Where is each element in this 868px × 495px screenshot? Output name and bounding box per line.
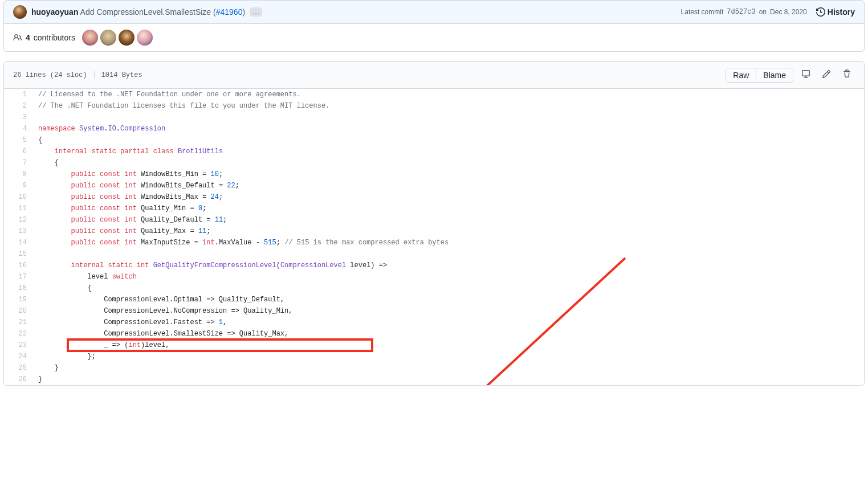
line-number[interactable]: 21 bbox=[4, 317, 32, 328]
line-number[interactable]: 20 bbox=[4, 305, 32, 317]
code-line: 21 CompressionLevel.Fastest => 1, bbox=[4, 317, 864, 328]
code-content: } bbox=[32, 362, 864, 374]
line-number[interactable]: 23 bbox=[4, 339, 32, 351]
trash-icon bbox=[842, 69, 851, 79]
code-content: { bbox=[32, 157, 864, 169]
file-header: 26 lines (24 sloc) 1014 Bytes Raw Blame bbox=[4, 62, 864, 89]
line-number[interactable]: 14 bbox=[4, 237, 32, 248]
code-content: { bbox=[32, 283, 864, 294]
file-size-label: 1014 Bytes bbox=[94, 71, 142, 79]
line-number[interactable]: 16 bbox=[4, 260, 32, 271]
code-content: // Licensed to the .NET Foundation under… bbox=[32, 89, 864, 100]
line-number[interactable]: 12 bbox=[4, 214, 32, 226]
commit-message-prefix: Add CompressionLevel.SmallestSize ( bbox=[80, 7, 216, 17]
history-text: History bbox=[828, 7, 855, 17]
code-line: 25 } bbox=[4, 362, 864, 374]
pr-link[interactable]: #41960 bbox=[216, 7, 243, 17]
line-number[interactable]: 1 bbox=[4, 89, 32, 100]
line-number[interactable]: 24 bbox=[4, 351, 32, 362]
code-content: public const int Quality_Min = 0; bbox=[32, 203, 864, 214]
contributor-avatar[interactable] bbox=[100, 30, 116, 46]
code-line: 5{ bbox=[4, 134, 864, 146]
edit-button[interactable] bbox=[818, 66, 834, 84]
code-line: 13 public const int Quality_Max = 11; bbox=[4, 226, 864, 237]
latest-commit-label: Latest commit bbox=[681, 8, 724, 16]
line-number[interactable]: 9 bbox=[4, 180, 32, 191]
code-content: level switch bbox=[32, 271, 864, 283]
code-line: 12 public const int Quality_Default = 11… bbox=[4, 214, 864, 226]
commit-on: on bbox=[759, 8, 767, 16]
file-lines-label: 26 lines (24 sloc) bbox=[13, 71, 87, 79]
code-line: 4namespace System.IO.Compression bbox=[4, 123, 864, 134]
code-table: 1// Licensed to the .NET Foundation unde… bbox=[4, 89, 864, 385]
code-line: 11 public const int Quality_Min = 0; bbox=[4, 203, 864, 214]
code-line: 23 _ => (int)level, bbox=[4, 339, 864, 351]
line-number[interactable]: 15 bbox=[4, 248, 32, 260]
line-number[interactable]: 22 bbox=[4, 328, 32, 339]
history-link[interactable]: History bbox=[816, 7, 855, 17]
code-line: 3 bbox=[4, 112, 864, 123]
line-number[interactable]: 7 bbox=[4, 157, 32, 169]
commit-message-suffix: ) bbox=[242, 7, 245, 17]
blame-button[interactable]: Blame bbox=[756, 68, 793, 82]
code-content: // The .NET Foundation licenses this fil… bbox=[32, 100, 864, 112]
line-number[interactable]: 8 bbox=[4, 169, 32, 180]
delete-button[interactable] bbox=[839, 66, 855, 84]
line-number[interactable]: 4 bbox=[4, 123, 32, 134]
code-line: 26} bbox=[4, 374, 864, 385]
code-line: 14 public const int MaxInputSize = int.M… bbox=[4, 237, 864, 248]
line-number[interactable]: 6 bbox=[4, 146, 32, 157]
commit-ellipsis-button[interactable]: … bbox=[250, 7, 262, 17]
author-link[interactable]: huoyaoyuan bbox=[31, 7, 78, 17]
code-content: public const int MaxInputSize = int.MaxV… bbox=[32, 237, 864, 248]
code-line: 22 CompressionLevel.SmallestSize => Qual… bbox=[4, 328, 864, 339]
line-number[interactable]: 19 bbox=[4, 294, 32, 305]
line-number[interactable]: 26 bbox=[4, 374, 32, 385]
line-number[interactable]: 13 bbox=[4, 226, 32, 237]
code-content: CompressionLevel.NoCompression => Qualit… bbox=[32, 305, 864, 317]
desktop-button[interactable] bbox=[798, 66, 814, 84]
code-line: 2// The .NET Foundation licenses this fi… bbox=[4, 100, 864, 112]
line-number[interactable]: 5 bbox=[4, 134, 32, 146]
code-line: 19 CompressionLevel.Optimal => Quality_D… bbox=[4, 294, 864, 305]
code-content: namespace System.IO.Compression bbox=[32, 123, 864, 134]
author-avatar[interactable] bbox=[13, 5, 27, 19]
line-number[interactable]: 2 bbox=[4, 100, 32, 112]
code-line: 10 public const int WindowBits_Max = 24; bbox=[4, 191, 864, 203]
contributor-avatar[interactable] bbox=[82, 30, 98, 46]
code-content: } bbox=[32, 374, 864, 385]
code-content: CompressionLevel.Fastest => 1, bbox=[32, 317, 864, 328]
code-line: 24 }; bbox=[4, 351, 864, 362]
contributors-box: 4 contributors bbox=[3, 24, 865, 52]
people-icon bbox=[13, 33, 22, 42]
line-number[interactable]: 3 bbox=[4, 112, 32, 123]
code-line: 18 { bbox=[4, 283, 864, 294]
code-line: 8 public const int WindowBits_Min = 10; bbox=[4, 169, 864, 180]
line-number[interactable]: 11 bbox=[4, 203, 32, 214]
code-line: 9 public const int WindowBits_Default = … bbox=[4, 180, 864, 191]
line-number[interactable]: 10 bbox=[4, 191, 32, 203]
code-content: CompressionLevel.Optimal => Quality_Defa… bbox=[32, 294, 864, 305]
code-line: 15 bbox=[4, 248, 864, 260]
pencil-icon bbox=[822, 69, 831, 79]
code-content: CompressionLevel.SmallestSize => Quality… bbox=[32, 328, 864, 339]
contributors-count: 4 bbox=[26, 33, 30, 42]
code-content bbox=[32, 248, 864, 260]
code-content: public const int WindowBits_Min = 10; bbox=[32, 169, 864, 180]
code-line: 6 internal static partial class BrotliUt… bbox=[4, 146, 864, 157]
code-content: public const int Quality_Default = 11; bbox=[32, 214, 864, 226]
code-line: 20 CompressionLevel.NoCompression => Qua… bbox=[4, 305, 864, 317]
contributors-label: contributors bbox=[34, 33, 75, 42]
code-content: internal static partial class BrotliUtil… bbox=[32, 146, 864, 157]
line-number[interactable]: 25 bbox=[4, 362, 32, 374]
contributor-avatar[interactable] bbox=[119, 30, 135, 46]
contributor-avatar[interactable] bbox=[137, 30, 153, 46]
code-content: _ => (int)level, bbox=[32, 339, 864, 351]
raw-button[interactable]: Raw bbox=[726, 68, 756, 82]
code-line: 7 { bbox=[4, 157, 864, 169]
commit-sha-link[interactable]: 7d527c3 bbox=[727, 8, 755, 16]
line-number[interactable]: 17 bbox=[4, 271, 32, 283]
code-line: 16 internal static int GetQualityFromCom… bbox=[4, 260, 864, 271]
line-number[interactable]: 18 bbox=[4, 283, 32, 294]
desktop-icon bbox=[801, 69, 810, 79]
